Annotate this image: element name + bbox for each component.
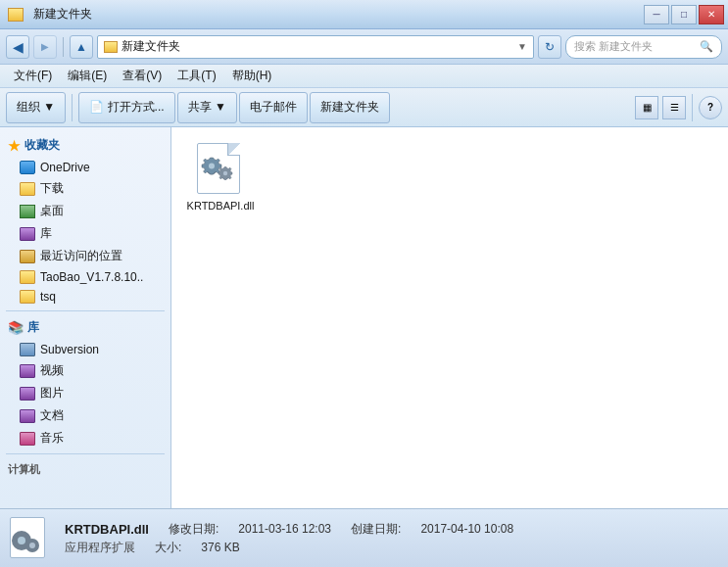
sidebar-item-label: 图片 (40, 385, 64, 402)
address-text: 新建文件夹 (121, 38, 513, 55)
menu-help[interactable]: 帮助(H) (224, 66, 280, 86)
menu-edit[interactable]: 编辑(E) (60, 66, 115, 86)
sidebar-item-label: Subversion (40, 343, 99, 356)
sidebar-item-library[interactable]: 库 (0, 222, 170, 245)
sidebar-divider-1 (6, 310, 165, 311)
status-created-date: 2017-04-10 10:08 (420, 522, 513, 536)
title-bar-left: 新建文件夹 (8, 6, 92, 23)
search-icon[interactable]: 🔍 (700, 40, 713, 53)
organize-button[interactable]: 组织 ▼ (6, 92, 66, 123)
sidebar-item-label: OneDrive (40, 161, 90, 174)
forward-button[interactable]: ▶ (33, 35, 57, 59)
toolbar-right: ▦ ☰ ? (635, 94, 722, 121)
address-bar[interactable]: 新建文件夹 ▼ (97, 35, 534, 59)
status-size-value: 376 KB (201, 541, 239, 554)
status-file-icon (8, 515, 55, 562)
libraries-label: 库 (27, 319, 39, 336)
sidebar-item-tsq[interactable]: tsq (0, 287, 170, 307)
menu-tools[interactable]: 工具(T) (170, 66, 223, 86)
sidebar: ★ 收藏夹 OneDrive 下载 桌面 库 最近访问的位置 TaoBao_V1… (0, 127, 171, 508)
address-dropdown-icon[interactable]: ▼ (517, 41, 527, 52)
view-toggle-button[interactable]: ▦ (635, 96, 658, 119)
dll-file-icon (193, 141, 248, 196)
status-gear-small (25, 539, 39, 552)
back-button[interactable]: ◀ (6, 35, 29, 59)
favorites-label: 收藏夹 (24, 137, 60, 154)
svn-icon (20, 343, 35, 356)
menu-file[interactable]: 文件(F) (6, 66, 60, 86)
status-info: KRTDBAPI.dll 修改日期: 2011-03-16 12:03 创建日期… (65, 521, 720, 556)
svg-point-1 (223, 171, 227, 175)
sidebar-divider-2 (6, 453, 165, 454)
share-button[interactable]: 共享 ▼ (177, 92, 237, 123)
window-title: 新建文件夹 (33, 6, 92, 23)
libraries-section-header: 📚 库 (0, 315, 170, 340)
status-modified-label: 修改日期: (169, 521, 218, 538)
sidebar-item-label: 文档 (40, 407, 64, 424)
title-bar: 新建文件夹 ─ □ ✕ (0, 0, 728, 29)
close-button[interactable]: ✕ (699, 5, 724, 24)
svg-point-0 (209, 164, 215, 169)
sidebar-item-recent[interactable]: 最近访问的位置 (0, 245, 170, 267)
toolbar-separator-1 (72, 94, 73, 121)
favorites-section-header: ★ 收藏夹 (0, 133, 170, 158)
sidebar-item-label: 视频 (40, 362, 64, 379)
status-created-label: 创建日期: (351, 521, 401, 538)
open-with-button[interactable]: 📄 打开方式... (78, 92, 174, 123)
menu-view[interactable]: 查看(V) (115, 66, 170, 86)
help-button[interactable]: ? (699, 96, 722, 119)
status-bar: KRTDBAPI.dll 修改日期: 2011-03-16 12:03 创建日期… (0, 508, 728, 567)
minimize-button[interactable]: ─ (644, 5, 669, 24)
search-bar[interactable]: 搜索 新建文件夹 🔍 (565, 35, 722, 59)
status-modified-date: 2011-03-16 12:03 (238, 522, 331, 536)
sidebar-item-label: 下载 (40, 180, 64, 197)
search-placeholder: 搜索 新建文件夹 (574, 39, 696, 54)
sidebar-item-documents[interactable]: 文档 (0, 404, 170, 427)
new-folder-button[interactable]: 新建文件夹 (310, 92, 390, 123)
nav-separator (63, 37, 64, 57)
sidebar-item-video[interactable]: 视频 (0, 359, 170, 382)
title-folder-icon (8, 8, 24, 22)
sidebar-item-label: 库 (40, 225, 52, 242)
maximize-button[interactable]: □ (671, 5, 697, 24)
email-button[interactable]: 电子邮件 (239, 92, 308, 123)
documents-icon (20, 409, 35, 423)
sidebar-item-label: tsq (40, 290, 56, 304)
sidebar-item-subversion[interactable]: Subversion (0, 340, 170, 359)
status-row-1: KRTDBAPI.dll 修改日期: 2011-03-16 12:03 创建日期… (65, 521, 720, 538)
nav-bar: ◀ ▶ ▲ 新建文件夹 ▼ ↻ 搜索 新建文件夹 🔍 (0, 29, 728, 65)
status-filename: KRTDBAPI.dll (65, 522, 149, 537)
address-folder-icon (104, 41, 118, 53)
star-icon: ★ (8, 138, 21, 154)
file-name: KRTDBAPI.dll (187, 200, 255, 212)
status-row-2: 应用程序扩展 大小: 376 KB (65, 540, 720, 556)
onedrive-icon (20, 161, 35, 174)
video-icon (20, 364, 35, 378)
computer-label: 计算机 (8, 462, 40, 477)
sidebar-item-label: 最近访问的位置 (40, 248, 122, 264)
sidebar-item-taobao[interactable]: TaoBao_V1.7.8.10.. (0, 267, 170, 287)
sidebar-item-pictures[interactable]: 图片 (0, 382, 170, 404)
sidebar-item-music[interactable]: 音乐 (0, 427, 170, 449)
sidebar-item-desktop[interactable]: 桌面 (0, 200, 170, 222)
title-bar-controls: ─ □ ✕ (644, 5, 724, 24)
library-icon: 📚 (8, 320, 24, 335)
computer-section-header: 计算机 (0, 458, 170, 481)
status-size-label: 大小: (155, 540, 181, 556)
desktop-icon (20, 205, 35, 218)
menu-bar: 文件(F) 编辑(E) 查看(V) 工具(T) 帮助(H) (0, 65, 728, 88)
refresh-button[interactable]: ↻ (538, 35, 561, 59)
view-details-button[interactable]: ☰ (662, 96, 686, 119)
pictures-icon (20, 387, 35, 401)
file-area[interactable]: KRTDBAPI.dll (171, 127, 728, 508)
status-type: 应用程序扩展 (65, 540, 135, 556)
music-icon (20, 432, 35, 446)
sidebar-item-onedrive[interactable]: OneDrive (0, 158, 170, 177)
main-area: ★ 收藏夹 OneDrive 下载 桌面 库 最近访问的位置 TaoBao_V1… (0, 127, 728, 508)
recent-icon (20, 250, 35, 263)
sidebar-item-label: 桌面 (40, 203, 64, 219)
file-item-dll[interactable]: KRTDBAPI.dll (181, 137, 260, 215)
folder-icon (20, 270, 35, 284)
up-button[interactable]: ▲ (70, 35, 93, 59)
sidebar-item-downloads[interactable]: 下载 (0, 177, 170, 200)
